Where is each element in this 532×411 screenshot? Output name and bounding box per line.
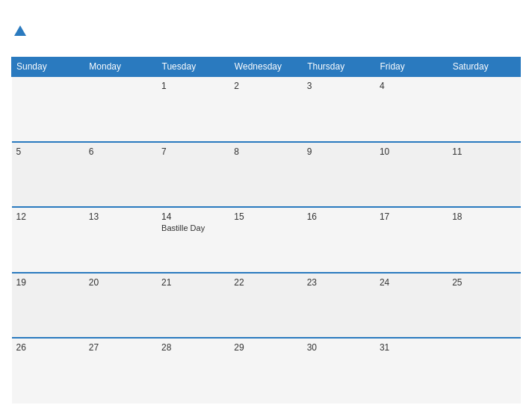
calendar-cell: 15 <box>229 207 302 273</box>
calendar-cell: 18 <box>448 207 520 273</box>
day-number: 26 <box>16 342 80 353</box>
calendar-cell: 2 <box>229 76 302 142</box>
calendar-wrapper: SundayMondayTuesdayWednesdayThursdayFrid… <box>0 0 532 411</box>
calendar-week-row: 1234 <box>12 76 521 142</box>
weekday-header-cell: Monday <box>84 58 157 77</box>
day-number: 30 <box>307 342 371 353</box>
day-number: 7 <box>161 146 225 157</box>
calendar-cell: 27 <box>84 338 157 404</box>
calendar-cell: 10 <box>375 142 448 208</box>
calendar-cell: 21 <box>157 273 229 339</box>
calendar-cell <box>448 76 520 142</box>
calendar-week-row: 121314Bastille Day15161718 <box>12 207 521 273</box>
calendar-cell: 28 <box>157 338 229 404</box>
day-number: 13 <box>89 211 152 222</box>
calendar-cell: 26 <box>12 338 84 404</box>
weekday-header-cell: Tuesday <box>157 58 229 77</box>
day-number: 17 <box>380 211 443 222</box>
day-number: 9 <box>307 146 371 157</box>
day-number: 23 <box>307 277 371 288</box>
day-number: 1 <box>161 81 225 91</box>
calendar-cell: 30 <box>303 338 375 404</box>
weekday-header-row: SundayMondayTuesdayWednesdayThursdayFrid… <box>12 58 521 77</box>
calendar-cell: 20 <box>84 273 157 339</box>
calendar-cell: 5 <box>12 142 84 208</box>
calendar-week-row: 262728293031 <box>12 338 521 404</box>
day-number: 10 <box>380 146 443 157</box>
day-number: 2 <box>234 81 297 91</box>
day-number: 5 <box>16 146 80 157</box>
day-number: 29 <box>234 342 297 353</box>
day-event: Bastille Day <box>161 223 225 232</box>
day-number: 4 <box>380 81 443 91</box>
day-number: 31 <box>380 342 443 353</box>
day-number: 25 <box>452 277 516 288</box>
calendar-week-row: 19202122232425 <box>12 273 521 339</box>
calendar-cell: 16 <box>303 207 375 273</box>
day-number: 11 <box>452 146 516 157</box>
calendar-cell <box>448 338 520 404</box>
calendar-cell: 7 <box>157 142 229 208</box>
calendar-cell: 3 <box>303 76 375 142</box>
weekday-header-cell: Sunday <box>12 58 84 77</box>
day-number: 8 <box>234 146 297 157</box>
calendar-cell: 6 <box>84 142 157 208</box>
logo <box>11 25 26 34</box>
day-number: 19 <box>16 277 80 288</box>
calendar-cell: 29 <box>229 338 302 404</box>
weekday-header-cell: Thursday <box>303 58 375 77</box>
calendar-cell: 12 <box>12 207 84 273</box>
day-number: 6 <box>89 146 152 157</box>
day-number: 22 <box>234 277 297 288</box>
weekday-header-cell: Friday <box>375 58 448 77</box>
calendar-table: SundayMondayTuesdayWednesdayThursdayFrid… <box>11 57 521 404</box>
weekday-header-cell: Wednesday <box>229 58 302 77</box>
calendar-cell: 23 <box>303 273 375 339</box>
calendar-cell: 4 <box>375 76 448 142</box>
day-number: 28 <box>161 342 225 353</box>
calendar-cell: 24 <box>375 273 448 339</box>
calendar-cell: 8 <box>229 142 302 208</box>
day-number: 20 <box>89 277 152 288</box>
day-number: 16 <box>307 211 371 222</box>
day-number: 21 <box>161 277 225 288</box>
calendar-cell: 22 <box>229 273 302 339</box>
day-number: 24 <box>380 277 443 288</box>
calendar-cell: 17 <box>375 207 448 273</box>
calendar-cell: 14Bastille Day <box>157 207 229 273</box>
day-number: 14 <box>161 211 225 222</box>
calendar-week-row: 567891011 <box>12 142 521 208</box>
weekday-header-cell: Saturday <box>448 58 520 77</box>
day-number: 3 <box>307 81 371 91</box>
calendar-cell: 25 <box>448 273 520 339</box>
day-number: 27 <box>89 342 152 353</box>
day-number: 12 <box>16 211 80 222</box>
calendar-cell <box>12 76 84 142</box>
calendar-cell: 13 <box>84 207 157 273</box>
logo-blue-text <box>11 25 26 34</box>
day-number: 18 <box>452 211 516 222</box>
day-number: 15 <box>234 211 297 222</box>
calendar-cell <box>84 76 157 142</box>
calendar-cell: 9 <box>303 142 375 208</box>
calendar-cell: 31 <box>375 338 448 404</box>
calendar-cell: 19 <box>12 273 84 339</box>
calendar-header <box>11 7 521 52</box>
logo-triangle-icon <box>14 25 26 36</box>
calendar-cell: 1 <box>157 76 229 142</box>
calendar-cell: 11 <box>448 142 520 208</box>
